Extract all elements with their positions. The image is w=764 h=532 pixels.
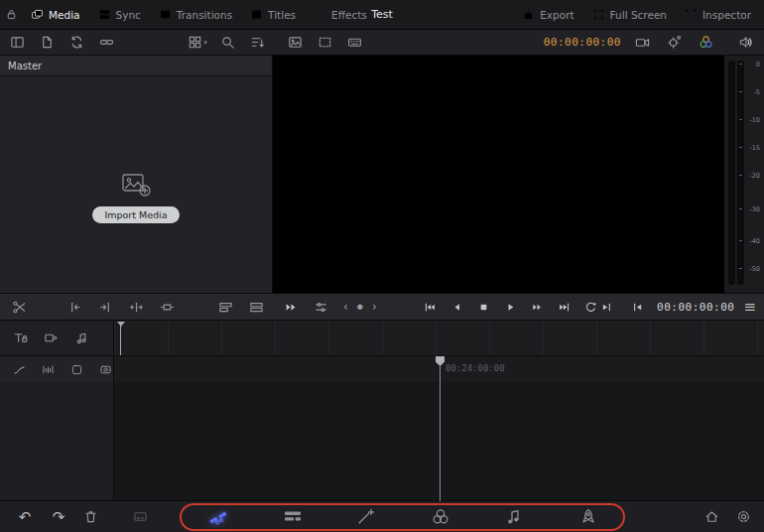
- inspector-button[interactable]: Inspector: [676, 0, 760, 29]
- split-clip-button[interactable]: [8, 296, 30, 318]
- track-lock-button[interactable]: [9, 328, 31, 349]
- scissors-icon: [12, 300, 27, 315]
- clip-view-options-button[interactable]: ▾: [187, 32, 208, 54]
- meter-tick: -20: [749, 173, 760, 179]
- viewer-menu-button[interactable]: ≡: [743, 298, 756, 316]
- safe-area-button[interactable]: [314, 32, 335, 54]
- project-home-button[interactable]: [700, 506, 722, 528]
- marker-flag-button[interactable]: [65, 358, 87, 380]
- ui-lock-button[interactable]: [0, 4, 22, 26]
- clip-insert-button[interactable]: [40, 328, 62, 349]
- redo-button[interactable]: ↷: [46, 508, 71, 526]
- document-icon: [40, 35, 55, 50]
- import-media-page-button[interactable]: [36, 32, 58, 54]
- prev-marker-button[interactable]: ‹: [343, 301, 348, 313]
- stabilize-button[interactable]: [663, 32, 685, 54]
- import-media-area: Import Media: [0, 172, 272, 223]
- timeline-view-b-button[interactable]: [245, 296, 267, 318]
- media-pool-view-button[interactable]: [6, 32, 28, 54]
- meter-tick: -30: [749, 206, 760, 212]
- top-actions: Export Full Screen Inspector: [513, 0, 764, 29]
- page-color[interactable]: [424, 504, 457, 530]
- export-button[interactable]: Export: [513, 0, 582, 29]
- relink-button[interactable]: [95, 32, 117, 54]
- edit-history-group: ↶ ↷: [12, 501, 101, 532]
- goto-out-button[interactable]: [595, 296, 617, 318]
- upper-timeline: [0, 321, 764, 356]
- viewer[interactable]: [273, 56, 724, 293]
- snapshot-button[interactable]: [94, 358, 116, 380]
- bin-name[interactable]: Master: [0, 56, 272, 76]
- transitions-icon: [159, 8, 172, 21]
- stop-button[interactable]: [472, 296, 494, 318]
- refresh-icon: [69, 35, 84, 50]
- fast-review-button[interactable]: [280, 296, 302, 318]
- page-fusion[interactable]: [349, 504, 383, 530]
- captions-button[interactable]: [129, 506, 151, 528]
- playhead-line: [440, 365, 441, 501]
- crop-frame-icon: [318, 35, 332, 50]
- add-marker-button[interactable]: ●: [357, 304, 363, 311]
- mini-playhead-handle[interactable]: [117, 322, 125, 327]
- jump-first-button[interactable]: [419, 296, 441, 318]
- edit-page-icon: [283, 508, 303, 525]
- tracker-crosshair-icon: [667, 35, 682, 50]
- trim-out-button[interactable]: [94, 296, 116, 318]
- camera-reframe-button[interactable]: [631, 32, 653, 54]
- fullscreen-button[interactable]: Full Screen: [583, 0, 676, 29]
- page-edit[interactable]: [276, 504, 310, 530]
- trim-in-button[interactable]: [64, 296, 85, 318]
- top-bar: Media Sync Transitions Titles Effects Te…: [0, 0, 764, 30]
- sync-clips-button[interactable]: [65, 32, 87, 54]
- pool-tools: [0, 32, 117, 54]
- import-media-button[interactable]: Import Media: [92, 206, 179, 223]
- keyboard-button[interactable]: [343, 32, 365, 54]
- sort-button[interactable]: [246, 32, 268, 54]
- tab-label: Sync: [116, 9, 141, 21]
- timeline-view-a-button[interactable]: [214, 296, 236, 318]
- next-marker-button[interactable]: ›: [372, 301, 377, 313]
- grid-view-icon: [188, 35, 202, 50]
- play-button[interactable]: [499, 296, 521, 318]
- step-back-button[interactable]: [446, 296, 467, 318]
- jump-last-button[interactable]: [553, 296, 574, 318]
- fusion-wand-icon: [356, 508, 376, 525]
- viewer-overlay-button[interactable]: [284, 32, 306, 54]
- meter-bar-left: [728, 61, 735, 285]
- fast-forward-button[interactable]: [526, 296, 548, 318]
- speed-adjust-button[interactable]: [310, 296, 331, 318]
- page-deliver[interactable]: [572, 504, 605, 530]
- timeline-tracks[interactable]: [0, 382, 764, 501]
- goto-in-button[interactable]: [626, 296, 648, 318]
- tab-media[interactable]: Media: [22, 0, 89, 29]
- delete-button[interactable]: [79, 506, 101, 528]
- page-cut[interactable]: [201, 504, 235, 530]
- audio-monitor-button[interactable]: [734, 32, 756, 54]
- deliver-rocket-icon: [578, 508, 598, 525]
- tab-titles[interactable]: Titles: [241, 0, 305, 29]
- settings-button[interactable]: [732, 506, 754, 528]
- tab-effects[interactable]: Effects: [305, 0, 376, 29]
- tab-transitions[interactable]: Transitions: [150, 0, 241, 29]
- slip-edit-button[interactable]: [156, 296, 178, 318]
- audio-clip-button[interactable]: [70, 328, 92, 349]
- track-header-column[interactable]: [0, 382, 114, 500]
- home-icon: [704, 509, 719, 524]
- audio-meters-button[interactable]: [37, 358, 59, 380]
- video-editor-cut-page: Media Sync Transitions Titles Effects Te…: [0, 0, 764, 532]
- tab-sync[interactable]: Sync: [89, 0, 150, 29]
- page-fairlight[interactable]: [497, 504, 531, 530]
- media-pool-body[interactable]: Import Media: [0, 76, 272, 293]
- undo-button[interactable]: ↶: [12, 508, 38, 526]
- timeline-timecode: 00:00:00:00: [657, 301, 734, 314]
- action-label: Full Screen: [610, 9, 667, 21]
- page-switcher: [182, 501, 625, 532]
- keyboard-icon: [347, 35, 362, 50]
- search-button[interactable]: [216, 32, 238, 54]
- playback-controls: [419, 294, 601, 320]
- mini-timeline-strip[interactable]: [114, 321, 764, 355]
- retime-curve-button[interactable]: [8, 358, 30, 380]
- export-icon: [522, 8, 535, 21]
- color-adjust-button[interactable]: [695, 32, 716, 54]
- roll-edit-button[interactable]: [125, 296, 147, 318]
